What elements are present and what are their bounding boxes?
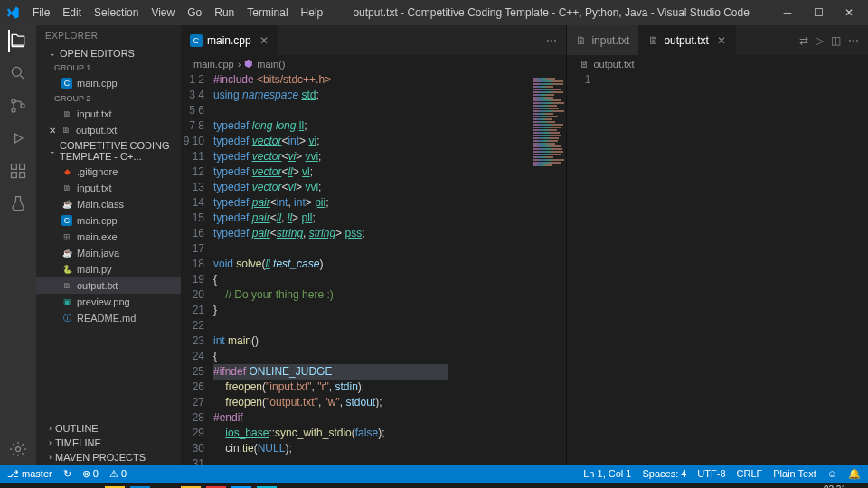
- settings-icon[interactable]: [8, 439, 28, 459]
- svg-rect-5: [12, 173, 17, 178]
- editor-group-1: Cmain.cpp✕ ⋯ main.cpp›⬢main() 1 2 3 4 5 …: [181, 25, 567, 465]
- timeline-section[interactable]: ›TIMELINE: [36, 436, 181, 450]
- sidebar: EXPLORER ⌄OPEN EDITORS GROUP 1 Cmain.cpp…: [36, 25, 181, 465]
- svg-point-3: [21, 104, 24, 108]
- indent-info[interactable]: Spaces: 4: [642, 468, 686, 479]
- svg-point-0: [12, 67, 21, 76]
- tab-output-txt[interactable]: 🗎output.txt✕: [639, 25, 735, 55]
- menu-view[interactable]: View: [146, 3, 180, 23]
- menu-edit[interactable]: Edit: [57, 3, 87, 23]
- tab-main-cpp[interactable]: Cmain.cpp✕: [181, 25, 278, 55]
- file-main-py[interactable]: 🐍main.py: [36, 261, 181, 277]
- errors-count[interactable]: ⊗ 0: [82, 468, 99, 480]
- window-title: output.txt - Competitive Coding Template…: [328, 6, 774, 19]
- file-input-txt[interactable]: 🗎input.txt: [36, 180, 181, 196]
- editor-group-2: 🗎input.txt 🗎output.txt✕ ⇄▷◫⋯ 🗎output.txt…: [567, 25, 868, 465]
- svg-point-2: [12, 108, 15, 112]
- svg-rect-4: [12, 164, 17, 170]
- file-readme-md[interactable]: ⓘREADME.md: [36, 310, 181, 326]
- split-icon[interactable]: ◫: [831, 34, 841, 47]
- open-editor-main-cpp[interactable]: Cmain.cpp: [36, 75, 181, 91]
- open-editors-section[interactable]: ⌄OPEN EDITORS: [36, 46, 181, 61]
- code-editor-2[interactable]: 1: [567, 72, 868, 465]
- tab-close-icon[interactable]: ✕: [259, 34, 269, 47]
- menu-help[interactable]: Help: [296, 3, 329, 23]
- language-mode[interactable]: Plain Text: [773, 468, 816, 479]
- more-icon[interactable]: ⋯: [546, 34, 557, 47]
- maximize-button[interactable]: ☐: [805, 6, 832, 19]
- breadcrumb-2[interactable]: 🗎output.txt: [567, 55, 868, 72]
- status-bar: ⎇ master ↻ ⊗ 0 ⚠ 0 Ln 1, Col 1 Spaces: 4…: [0, 465, 868, 483]
- workspace-section[interactable]: ⌄COMPETITIVE CODING TEMPLATE - C+...: [36, 138, 181, 164]
- explorer-icon[interactable]: [8, 31, 28, 51]
- svg-point-1: [12, 99, 15, 103]
- titlebar: File Edit Selection View Go Run Terminal…: [0, 0, 868, 25]
- sidebar-title: EXPLORER: [36, 25, 181, 46]
- debug-icon[interactable]: [8, 128, 28, 148]
- open-editor-input-txt[interactable]: 🗎input.txt: [36, 106, 181, 122]
- outline-section[interactable]: ›OUTLINE: [36, 421, 181, 436]
- file-output-txt[interactable]: 🗎output.txt: [36, 277, 181, 294]
- feedback-icon[interactable]: ☺: [827, 468, 837, 479]
- group-1-label: GROUP 1: [36, 61, 181, 75]
- maven-section[interactable]: ›MAVEN PROJECTS: [36, 450, 181, 465]
- menu-run[interactable]: Run: [209, 3, 240, 23]
- windows-taskbar: ○ ⌕ ▭ 📁 🛍 ▶ P ⟠ ⛰ ˄ ☁ 📶 🔊 ENG 02:2130-04…: [0, 483, 868, 488]
- group-2-label: GROUP 2: [36, 91, 181, 106]
- menu-file[interactable]: File: [27, 3, 55, 23]
- encoding[interactable]: UTF-8: [697, 468, 725, 479]
- vscode-logo-icon: [5, 5, 20, 20]
- more-icon[interactable]: ⋯: [848, 34, 859, 47]
- menu-terminal[interactable]: Terminal: [241, 3, 293, 23]
- extensions-icon[interactable]: [8, 161, 28, 181]
- menu-selection[interactable]: Selection: [89, 3, 144, 23]
- svg-rect-7: [20, 164, 25, 170]
- notifications-icon[interactable]: 🔔: [848, 468, 861, 480]
- git-branch[interactable]: ⎇ master: [7, 468, 52, 480]
- test-icon[interactable]: [8, 193, 28, 213]
- file-main-cpp[interactable]: Cmain.cpp: [36, 212, 181, 229]
- cursor-position[interactable]: Ln 1, Col 1: [583, 468, 631, 479]
- code-editor[interactable]: 1 2 3 4 5 6 7 8 9 10 11 12 13 14 15 16 1…: [181, 72, 566, 465]
- file-preview-png[interactable]: ▣preview.png: [36, 294, 181, 310]
- open-editor-output-txt[interactable]: ✕🗎output.txt: [36, 122, 181, 138]
- eol[interactable]: CRLF: [737, 468, 763, 479]
- tab-close-icon[interactable]: ✕: [717, 34, 726, 47]
- run-icon[interactable]: ▷: [816, 34, 824, 47]
- tab-input-txt[interactable]: 🗎input.txt: [567, 25, 639, 55]
- file-main-class[interactable]: ☕Main.class: [36, 196, 181, 212]
- minimize-button[interactable]: ─: [774, 6, 801, 19]
- close-button[interactable]: ✕: [835, 6, 863, 19]
- svg-rect-6: [20, 173, 25, 178]
- menu-bar: File Edit Selection View Go Run Terminal…: [27, 3, 328, 23]
- editor-area: Cmain.cpp✕ ⋯ main.cpp›⬢main() 1 2 3 4 5 …: [181, 25, 868, 465]
- warnings-count[interactable]: ⚠ 0: [109, 468, 127, 480]
- compare-icon[interactable]: ⇄: [799, 34, 808, 47]
- file-gitignore[interactable]: ◆.gitignore: [36, 164, 181, 180]
- search-icon[interactable]: [8, 63, 28, 83]
- file-main-java[interactable]: ☕Main.java: [36, 245, 181, 261]
- activity-bar: [0, 25, 36, 465]
- file-main-exe[interactable]: ⊞main.exe: [36, 229, 181, 245]
- menu-go[interactable]: Go: [182, 3, 207, 23]
- svg-point-8: [16, 447, 21, 452]
- sync-button[interactable]: ↻: [63, 468, 71, 480]
- breadcrumb[interactable]: main.cpp›⬢main(): [181, 55, 566, 72]
- source-control-icon[interactable]: [8, 96, 28, 116]
- minimap[interactable]: [530, 72, 566, 465]
